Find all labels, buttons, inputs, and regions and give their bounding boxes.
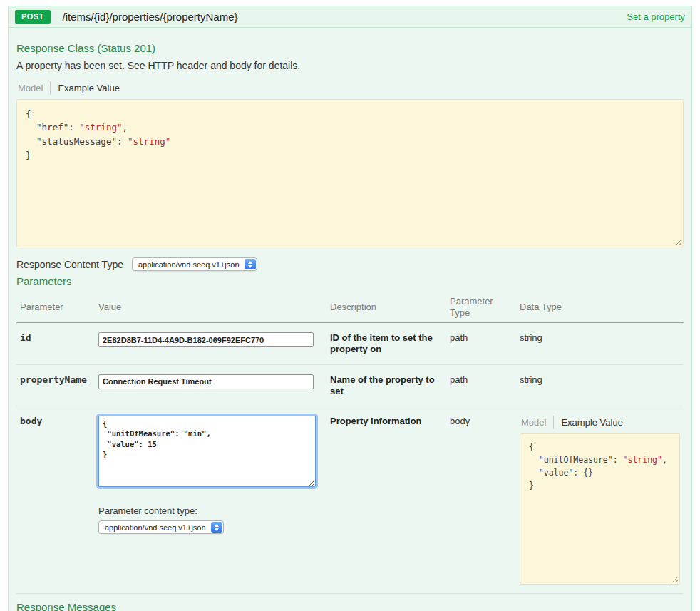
param-name: id	[16, 323, 95, 365]
parameter-content-type-label: Parameter content type:	[98, 505, 323, 516]
table-row-propertyName: propertyName Name of the property to set…	[16, 364, 684, 406]
col-parameter-type: Parameter Type	[446, 293, 516, 323]
tab-model[interactable]: Model	[520, 416, 554, 429]
propertyName-value-input[interactable]	[98, 374, 314, 389]
table-header-row: Parameter Value Description Parameter Ty…	[16, 293, 684, 323]
param-name: propertyName	[16, 364, 95, 406]
col-description: Description	[326, 293, 446, 323]
id-value-input[interactable]	[98, 332, 314, 347]
body-value-textarea[interactable]: { "unitOfMeasure": "min", "value": 15 }	[98, 416, 316, 487]
body-model-tabs: Model Example Value	[520, 416, 680, 429]
response-example-json-box[interactable]: { "href": "string", "statusMessage": "st…	[16, 99, 684, 247]
col-value: Value	[95, 293, 326, 323]
response-content-type-select[interactable]: application/vnd.seeq.v1+json	[132, 257, 257, 271]
param-description: Name of the property to set	[326, 364, 446, 406]
table-row-id: id ID of the item to set the property on…	[16, 323, 684, 365]
operation-path[interactable]: /items/{id}/properties/{propertyName}	[63, 11, 238, 23]
col-parameter: Parameter	[16, 293, 95, 323]
parameters-heading: Parameters	[16, 275, 684, 287]
operation-summary-link[interactable]: Set a property	[627, 11, 685, 22]
response-class-tabs: Model Example Value	[16, 81, 684, 95]
body-example-json-box[interactable]: { "unitOfMeasure": "string", "value": {}…	[520, 433, 680, 585]
tab-example-value[interactable]: Example Value	[51, 81, 126, 95]
response-messages-heading: Response Messages	[16, 601, 684, 611]
response-content-type-row: Response Content Type application/vnd.se…	[16, 257, 684, 271]
parameters-table: Parameter Value Description Parameter Ty…	[16, 293, 684, 594]
operation-header[interactable]: POST /items/{id}/properties/{propertyNam…	[8, 6, 692, 28]
operation-content: Response Class (Status 201) A property h…	[8, 28, 692, 611]
post-method-badge: POST	[15, 10, 51, 24]
select-value: application/vnd.seeq.v1+json	[105, 523, 206, 532]
select-stepper-icon	[245, 259, 256, 269]
param-name: body	[16, 406, 95, 594]
param-data-type: string	[516, 364, 684, 406]
param-data-type: string	[516, 323, 684, 365]
param-description: ID of the item to set the property on	[326, 323, 446, 365]
tab-model[interactable]: Model	[16, 81, 51, 95]
resize-grip-icon[interactable]	[670, 575, 678, 582]
json-code: { "unitOfMeasure": "string", "value": {}…	[529, 442, 667, 490]
param-type: path	[446, 323, 516, 365]
response-class-heading: Response Class (Status 201)	[16, 42, 684, 54]
table-row-body: body { "unitOfMeasure": "min", "value": …	[16, 406, 684, 594]
param-type: body	[446, 406, 516, 594]
response-content-type-label: Response Content Type	[16, 259, 123, 270]
parameter-content-type-select[interactable]: application/vnd.seeq.v1+json	[98, 520, 224, 534]
select-stepper-icon	[211, 522, 222, 533]
select-value: application/vnd.seeq.v1+json	[138, 260, 240, 269]
param-description: Property information	[326, 406, 446, 594]
swagger-operation-panel: POST /items/{id}/properties/{propertyNam…	[8, 6, 692, 611]
param-type: path	[446, 364, 516, 406]
col-data-type: Data Type	[516, 293, 684, 323]
json-code: { "href": "string", "statusMessage": "st…	[26, 108, 170, 160]
tab-example-value[interactable]: Example Value	[554, 416, 629, 429]
resize-grip-icon[interactable]	[674, 237, 681, 245]
response-class-description: A property has been set. See HTTP header…	[16, 60, 684, 71]
